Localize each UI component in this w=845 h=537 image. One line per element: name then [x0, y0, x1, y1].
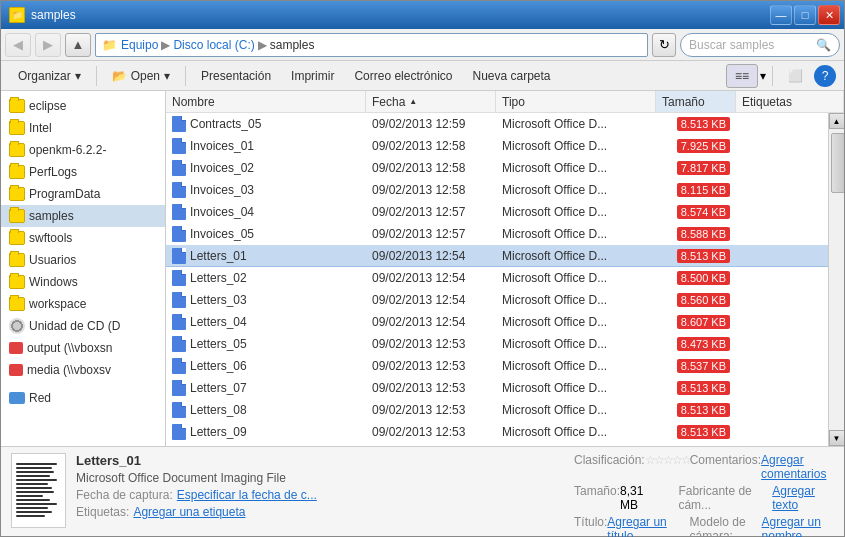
- file-name-cell: Letters_03: [166, 289, 366, 310]
- table-row[interactable]: Letters_09 09/02/2013 12:53 Microsoft Of…: [166, 421, 828, 443]
- scrollbar-thumb[interactable]: [831, 133, 844, 193]
- file-tags-cell: [736, 399, 828, 420]
- breadcrumb-samples[interactable]: samples: [270, 38, 315, 52]
- breadcrumb-equipo[interactable]: Equipo: [121, 38, 158, 52]
- doc-icon: [172, 138, 186, 154]
- open-button[interactable]: 📂 Open ▾: [103, 64, 179, 88]
- close-button[interactable]: ✕: [818, 5, 840, 25]
- search-placeholder: Buscar samples: [689, 38, 774, 52]
- camera-value[interactable]: Agregar texto: [772, 484, 834, 512]
- back-button[interactable]: ◀: [5, 33, 31, 57]
- stars[interactable]: ☆☆☆☆☆: [645, 453, 690, 481]
- view-list-button[interactable]: ≡≡: [726, 64, 758, 88]
- breadcrumb[interactable]: 📁 Equipo ▶ Disco local (C:) ▶ samples: [95, 33, 648, 57]
- sidebar-item-usuarios[interactable]: Usuarios: [1, 249, 165, 271]
- refresh-button[interactable]: ↻: [652, 33, 676, 57]
- title-value[interactable]: Agregar un título: [607, 515, 669, 537]
- sidebar-item-media[interactable]: media (\\vboxsv: [1, 359, 165, 381]
- size-highlight: 8.115 KB: [677, 183, 730, 197]
- scrollbar-down[interactable]: ▼: [829, 430, 845, 446]
- comments-label: Comentarios:: [690, 453, 761, 481]
- camera-model-value[interactable]: Agregar un nombre: [762, 515, 834, 537]
- help-button[interactable]: ?: [814, 65, 836, 87]
- sidebar-item-cd[interactable]: Unidad de CD (D: [1, 315, 165, 337]
- col-header-tamano[interactable]: Tamaño: [656, 91, 736, 112]
- maximize-button[interactable]: □: [794, 5, 816, 25]
- table-row[interactable]: Letters_05 09/02/2013 12:53 Microsoft Of…: [166, 333, 828, 355]
- scrollbar-track[interactable]: ▲ ▼: [828, 113, 844, 446]
- file-name-cell: Letters_06: [166, 355, 366, 376]
- sidebar-item-windows[interactable]: Windows: [1, 271, 165, 293]
- table-row[interactable]: Letters_03 09/02/2013 12:54 Microsoft Of…: [166, 289, 828, 311]
- col-header-fecha[interactable]: Fecha ▲: [366, 91, 496, 112]
- file-name: Letters_08: [190, 403, 247, 417]
- file-size-cell: 8.473 KB: [656, 333, 736, 354]
- table-row[interactable]: Contracts_05 09/02/2013 12:59 Microsoft …: [166, 113, 828, 135]
- title-label: Título:: [574, 515, 607, 537]
- search-bar[interactable]: Buscar samples 🔍: [680, 33, 840, 57]
- file-size-cell: 8.513 KB: [656, 113, 736, 134]
- sidebar-item-intel[interactable]: Intel: [1, 117, 165, 139]
- table-row[interactable]: Letters_01 09/02/2013 12:54 Microsoft Of…: [166, 245, 828, 267]
- doc-icon: [172, 248, 186, 264]
- table-row[interactable]: Invoices_03 09/02/2013 12:58 Microsoft O…: [166, 179, 828, 201]
- table-row[interactable]: Letters_08 09/02/2013 12:53 Microsoft Of…: [166, 399, 828, 421]
- col-header-etiquetas[interactable]: Etiquetas: [736, 91, 844, 112]
- imprimir-button[interactable]: Imprimir: [282, 64, 343, 88]
- table-row[interactable]: Invoices_02 09/02/2013 12:58 Microsoft O…: [166, 157, 828, 179]
- file-type-cell: Microsoft Office D...: [496, 135, 656, 156]
- title-bar-left: 📁 samples: [9, 7, 76, 23]
- presentacion-button[interactable]: Presentación: [192, 64, 280, 88]
- sidebar-item-samples[interactable]: samples: [1, 205, 165, 227]
- file-type-cell: Microsoft Office D...: [496, 399, 656, 420]
- table-row[interactable]: Letters_06 09/02/2013 12:53 Microsoft Of…: [166, 355, 828, 377]
- file-size-cell: 8.513 KB: [656, 377, 736, 398]
- breadcrumb-icon: 📁: [102, 38, 117, 52]
- table-row[interactable]: Letters_04 09/02/2013 12:54 Microsoft Of…: [166, 311, 828, 333]
- table-row[interactable]: Letters_07 09/02/2013 12:53 Microsoft Of…: [166, 377, 828, 399]
- sidebar-item-red[interactable]: Red: [1, 387, 165, 409]
- organizar-button[interactable]: Organizar ▾: [9, 64, 90, 88]
- file-name: Letters_04: [190, 315, 247, 329]
- correo-button[interactable]: Correo electrónico: [345, 64, 461, 88]
- sidebar-item-output[interactable]: output (\\vboxsn: [1, 337, 165, 359]
- sidebar-item-eclipse[interactable]: eclipse: [1, 95, 165, 117]
- col-header-tipo[interactable]: Tipo: [496, 91, 656, 112]
- minimize-button[interactable]: —: [770, 5, 792, 25]
- sidebar-item-perflogs[interactable]: PerfLogs: [1, 161, 165, 183]
- file-list-header: Nombre Fecha ▲ Tipo Tamaño Etiquetas: [166, 91, 844, 113]
- capture-label: Fecha de captura:: [76, 488, 173, 502]
- nueva-carpeta-button[interactable]: Nueva carpeta: [463, 64, 559, 88]
- col-header-nombre[interactable]: Nombre: [166, 91, 366, 112]
- view-chevron[interactable]: ▾: [760, 69, 766, 83]
- up-button[interactable]: ▲: [65, 33, 91, 57]
- size-highlight: 8.473 KB: [677, 337, 730, 351]
- breadcrumb-disco[interactable]: Disco local (C:): [173, 38, 254, 52]
- window-title: samples: [31, 8, 76, 22]
- capture-value[interactable]: Especificar la fecha de c...: [177, 488, 317, 502]
- comments-value[interactable]: Agregar comentarios: [761, 453, 834, 481]
- table-row[interactable]: Invoices_01 09/02/2013 12:58 Microsoft O…: [166, 135, 828, 157]
- file-date-cell: 09/02/2013 12:53: [366, 377, 496, 398]
- status-capture-row: Fecha de captura: Especificar la fecha d…: [76, 488, 564, 502]
- file-name: Invoices_04: [190, 205, 254, 219]
- size-highlight: 8.588 KB: [677, 227, 730, 241]
- file-name-cell: Contracts_05: [166, 113, 366, 134]
- sidebar-item-openkm[interactable]: openkm-6.2.2-: [1, 139, 165, 161]
- file-size-cell: 8.115 KB: [656, 179, 736, 200]
- pane-button[interactable]: ⬜: [779, 64, 812, 88]
- sidebar-item-programdata[interactable]: ProgramData: [1, 183, 165, 205]
- sidebar-item-swftools[interactable]: swftools: [1, 227, 165, 249]
- doc-icon: [172, 116, 186, 132]
- sidebar-item-workspace[interactable]: workspace: [1, 293, 165, 315]
- table-row[interactable]: Invoices_04 09/02/2013 12:57 Microsoft O…: [166, 201, 828, 223]
- col-etiquetas-label: Etiquetas: [742, 95, 792, 109]
- tags-value[interactable]: Agregar una etiqueta: [133, 505, 245, 519]
- forward-button[interactable]: ▶: [35, 33, 61, 57]
- file-name: Invoices_03: [190, 183, 254, 197]
- table-row[interactable]: Letters_02 09/02/2013 12:54 Microsoft Of…: [166, 267, 828, 289]
- status-filetype-row: Microsoft Office Document Imaging File: [76, 471, 564, 485]
- sidebar-label-perflogs: PerfLogs: [29, 165, 77, 179]
- scrollbar-up[interactable]: ▲: [829, 113, 845, 129]
- table-row[interactable]: Invoices_05 09/02/2013 12:57 Microsoft O…: [166, 223, 828, 245]
